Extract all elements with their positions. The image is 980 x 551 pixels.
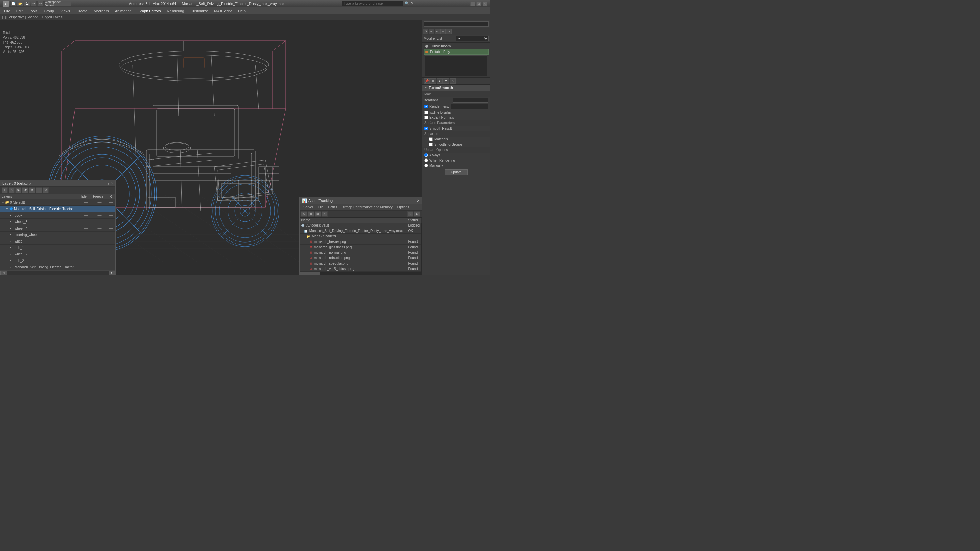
when-rendering-radio[interactable]: [424, 159, 428, 162]
menu-file[interactable]: File: [2, 8, 13, 14]
delete-mod-btn[interactable]: ✕: [450, 78, 456, 84]
utilities-btn[interactable]: U: [446, 29, 452, 34]
menu-modifiers[interactable]: Modifiers: [91, 8, 111, 14]
menu-maxscript[interactable]: MAXScript: [211, 8, 234, 14]
menu-edit[interactable]: Edit: [14, 8, 25, 14]
asset-grid-btn[interactable]: ⊞: [315, 211, 321, 217]
menu-animation[interactable]: Animation: [112, 8, 134, 14]
layer-row-hub1[interactable]: ▪ hub_1 — — —: [0, 245, 115, 251]
menu-help[interactable]: Help: [235, 8, 248, 14]
open-btn[interactable]: 📂: [17, 1, 23, 6]
layer-row-steering[interactable]: ▪ steering_wheel — — —: [0, 232, 115, 238]
layer-select-btn[interactable]: ◉: [15, 187, 21, 193]
asset-help-btn[interactable]: ?: [407, 211, 414, 217]
manually-radio[interactable]: [424, 164, 428, 167]
isoline-check[interactable]: [424, 111, 428, 114]
object-name-input[interactable]: body: [424, 21, 488, 27]
menu-rendering[interactable]: Rendering: [164, 8, 187, 14]
select-dropdown[interactable]: Workspace: Default: [44, 1, 72, 6]
move-down-btn[interactable]: ▼: [443, 78, 449, 84]
asset-menu-bitmap[interactable]: Bitmap Performance and Memory: [340, 205, 395, 210]
menu-views[interactable]: Views: [57, 8, 73, 14]
hierarchy-btn[interactable]: H: [429, 29, 434, 34]
layers-help-btn[interactable]: ?: [107, 182, 109, 185]
render-iters-check[interactable]: [424, 105, 428, 108]
asset-menu-server[interactable]: Server: [301, 205, 315, 210]
layer-hide-btn[interactable]: 👁: [22, 187, 28, 193]
asset-row-maps[interactable]: 📁 Maps / Shaders: [300, 233, 422, 239]
update-button[interactable]: Update: [445, 169, 467, 175]
asset-row-refraction[interactable]: 🖼 monarch_refraction.png Found: [300, 256, 422, 261]
layers-close-btn[interactable]: ✕: [111, 182, 113, 185]
asset-close-btn[interactable]: ✕: [417, 198, 420, 203]
menu-graph-editors[interactable]: Graph Editors: [135, 8, 164, 14]
layer-freeze-btn[interactable]: ❄: [29, 187, 35, 193]
move-up-btn[interactable]: ▲: [437, 78, 443, 84]
layer-row-monarch-obj[interactable]: ▪ Monarch_Self_Driving_Electric_Tractor_…: [0, 264, 115, 270]
menu-customize[interactable]: Customize: [188, 8, 211, 14]
asset-row-vault[interactable]: 🏦 Autodesk Vault Logged: [300, 223, 422, 228]
scroll-left-btn[interactable]: ◄: [0, 271, 7, 275]
search-input[interactable]: [342, 1, 403, 6]
materials-check[interactable]: [429, 137, 433, 141]
layer-row-wheel[interactable]: ▪ wheel — — —: [0, 238, 115, 245]
asset-list-btn[interactable]: ≡: [308, 211, 314, 217]
asset-hscrollbar[interactable]: [300, 272, 422, 275]
asset-row-fresnel[interactable]: 🖼 monarch_fresnel.png Found: [300, 239, 422, 245]
asset-row-specular[interactable]: 🖼 monarch_specular.png Found: [300, 261, 422, 266]
editable-poly-entry[interactable]: Editable Poly: [424, 49, 488, 55]
asset-row-glossiness[interactable]: 🖼 monarch_glossiness.png Found: [300, 245, 422, 250]
asset-menu-paths[interactable]: Paths: [326, 205, 339, 210]
asset-menu-file[interactable]: File: [316, 205, 325, 210]
asset-config-btn[interactable]: ⚙: [414, 211, 420, 217]
layer-row-wheel3[interactable]: ▪ wheel_3 — — —: [0, 219, 115, 225]
layer-properties-btn[interactable]: ⚙: [43, 187, 49, 193]
asset-hscrollbar-thumb[interactable]: [300, 272, 320, 275]
layer-move-btn[interactable]: →: [36, 187, 42, 193]
turbosmooth-entry[interactable]: TurboSmooth: [424, 43, 488, 49]
asset-refresh-btn[interactable]: ↻: [301, 211, 307, 217]
motion-btn[interactable]: M: [434, 29, 440, 34]
iterations-input[interactable]: 0: [453, 98, 488, 103]
modifier-scroll-area[interactable]: [425, 56, 487, 76]
layer-delete-btn[interactable]: ✕: [8, 187, 14, 193]
pin-btn[interactable]: 📌: [424, 78, 430, 84]
layer-row-default[interactable]: ▼ 📁 0 (default) — — —: [0, 199, 115, 206]
select-object-btn[interactable]: ⚙: [423, 29, 428, 34]
menu-group[interactable]: Group: [41, 8, 57, 14]
layer-row-monarch-group[interactable]: ▼ 🔷 Monarch_Self_Driving_Electric_Tracto…: [0, 206, 115, 212]
layer-row-wheel4[interactable]: ▪ wheel_4 — — —: [0, 225, 115, 232]
layer-add-btn[interactable]: +: [2, 187, 8, 193]
layers-scrollbar[interactable]: ◄ ►: [0, 270, 115, 275]
asset-menu-options[interactable]: Options: [395, 205, 411, 210]
render-iters-input[interactable]: 2: [450, 104, 488, 109]
maximize-btn[interactable]: □: [476, 2, 481, 6]
menu-tools[interactable]: Tools: [26, 8, 40, 14]
layer-row-body[interactable]: ▪ body — — —: [0, 212, 115, 219]
redo-btn[interactable]: ↪: [37, 1, 43, 6]
minimize-btn[interactable]: —: [470, 2, 475, 6]
smooth-result-check[interactable]: [424, 127, 428, 130]
layer-row-wheel2[interactable]: ▪ wheel_2 — — —: [0, 251, 115, 257]
search-icon[interactable]: 🔍: [404, 2, 409, 6]
scroll-right-btn[interactable]: ►: [108, 271, 115, 275]
help-icon[interactable]: ?: [411, 2, 413, 6]
always-radio[interactable]: [424, 153, 428, 157]
new-btn[interactable]: 📄: [10, 1, 16, 6]
asset-minimize-btn[interactable]: —: [408, 198, 411, 203]
layer-row-hub2[interactable]: ▪ hub_2 — — —: [0, 257, 115, 264]
explicit-check[interactable]: [424, 116, 428, 119]
asset-info-btn[interactable]: ℹ: [321, 211, 328, 217]
asset-row-diffuse[interactable]: 🖼 monarch_var3_diffuse.png Found: [300, 266, 422, 272]
close-btn[interactable]: ✕: [482, 2, 487, 6]
save-btn[interactable]: 💾: [24, 1, 30, 6]
smoothing-groups-check[interactable]: [429, 143, 433, 146]
asset-row-normal[interactable]: 🖼 monarch_normal.png Found: [300, 250, 422, 256]
scroll-track[interactable]: [7, 271, 108, 275]
asset-maximize-btn[interactable]: □: [413, 198, 415, 203]
asset-row-maxfile[interactable]: 📄 Monarch_Self_Driving_Electric_Tractor_…: [300, 228, 422, 233]
undo-btn[interactable]: ↩: [30, 1, 37, 6]
display-btn[interactable]: D: [440, 29, 446, 34]
modifier-dropdown[interactable]: ▼: [456, 36, 489, 41]
configure-btn[interactable]: ≡: [430, 78, 436, 84]
